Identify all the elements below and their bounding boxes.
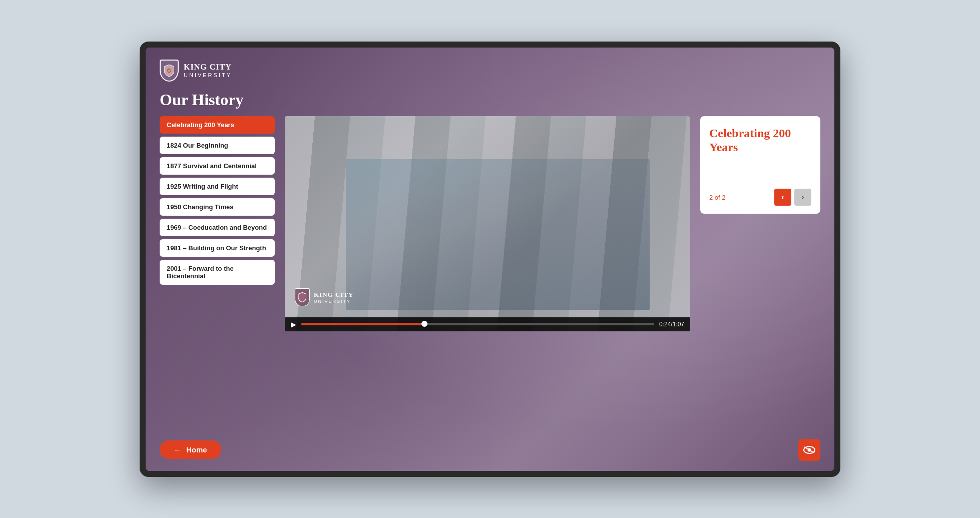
video-logo-university-sub: UNIVERSITY — [314, 299, 353, 304]
video-logo-text: KING CITY UNIVERSITY — [314, 291, 353, 304]
sidebar-item-1925[interactable]: 1925 Writing and Flight — [160, 178, 275, 195]
card-next-button[interactable]: › — [794, 189, 811, 206]
video-detail — [346, 159, 650, 310]
university-name-block: KING CITY UNIVERSITY — [184, 62, 232, 78]
page-indicator: 2 of 2 — [709, 194, 726, 201]
card-prev-button[interactable]: ‹ — [774, 189, 791, 206]
home-button[interactable]: ← Home — [160, 440, 221, 459]
sidebar-item-1981[interactable]: 1981 – Building on Our Strength — [160, 239, 275, 257]
sidebar-item-celebrating-200[interactable]: Celebrating 200 Years — [160, 116, 275, 134]
video-logo-shield — [295, 288, 310, 306]
sidebar-item-1950[interactable]: 1950 Changing Times — [160, 198, 275, 216]
sidebar-item-2001[interactable]: 2001 – Forward to the Bicentennial — [160, 260, 275, 285]
university-subtitle: UNIVERSITY — [184, 72, 232, 79]
bottom-bar: ← Home — [160, 439, 820, 461]
info-card: Celebrating 200 Years 2 of 2 ‹ › — [700, 116, 820, 214]
video-progress-bar[interactable] — [301, 323, 654, 325]
video-progress-thumb — [421, 321, 427, 327]
video-watermark-logo: KING CITY UNIVERSITY — [295, 288, 353, 306]
sidebar-item-1824[interactable]: 1824 Our Beginning — [160, 137, 275, 154]
sidebar-item-1969[interactable]: 1969 – Coeducation and Beyond — [160, 219, 275, 236]
video-play-button[interactable]: ▶ — [291, 320, 296, 328]
svg-text:🦁: 🦁 — [167, 68, 172, 73]
info-card-title: Celebrating 200 Years — [709, 126, 811, 155]
sidebar-item-1877[interactable]: 1877 Survival and Centennial — [160, 157, 275, 175]
home-button-label: Home — [186, 445, 207, 454]
video-controls: ▶ 0:24/1:07 — [285, 317, 690, 331]
info-card-footer: 2 of 2 ‹ › — [709, 189, 811, 206]
svg-line-3 — [804, 447, 814, 453]
video-progress-fill — [301, 323, 425, 325]
video-logo-university-name: KING CITY — [314, 291, 353, 299]
university-logo-shield: 🦁 — [160, 60, 179, 82]
video-time-display: 0:24/1:07 — [659, 321, 684, 328]
page-title: Our History — [160, 91, 820, 109]
accessibility-eye-button[interactable] — [798, 439, 820, 461]
video-container[interactable]: KING CITY UNIVERSITY ▶ — [285, 116, 690, 331]
sidebar: Celebrating 200 Years 1824 Our Beginning… — [160, 116, 275, 285]
screen: 🦁 KING CITY UNIVERSITY Our History Celeb… — [146, 48, 834, 471]
monitor-frame: 🦁 KING CITY UNIVERSITY Our History Celeb… — [140, 42, 840, 477]
video-area: KING CITY UNIVERSITY ▶ — [285, 116, 690, 331]
university-name: KING CITY — [184, 62, 232, 72]
home-arrow-icon: ← — [174, 445, 181, 454]
card-nav-buttons: ‹ › — [774, 189, 811, 206]
main-content: 🦁 KING CITY UNIVERSITY Our History Celeb… — [146, 48, 834, 471]
header: 🦁 KING CITY UNIVERSITY — [160, 60, 820, 82]
main-layout: Celebrating 200 Years 1824 Our Beginning… — [160, 116, 820, 432]
video-frame: KING CITY UNIVERSITY — [285, 116, 690, 331]
eye-icon — [803, 446, 815, 454]
